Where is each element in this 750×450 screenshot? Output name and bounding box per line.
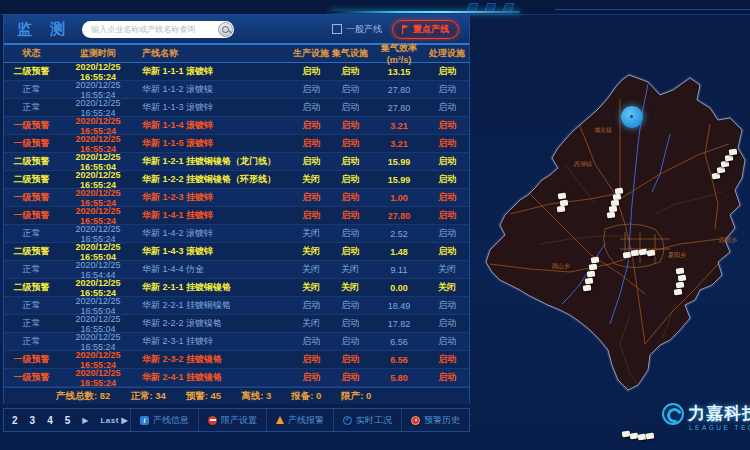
table-row[interactable]: 一级预警2020/12/25 16:55:24华新 2-4-1 挂镀镍铬启动启动… (4, 369, 469, 387)
cell-line-name: 华新 1-4-4 仿金 (137, 263, 292, 276)
legend-button-alarm[interactable]: 产线报警 (266, 409, 333, 431)
page-number-button[interactable]: 4 (47, 415, 53, 426)
table-row[interactable]: 二级预警2020/12/25 16:55:24华新 1-1-1 滚镀锌启动启动1… (4, 63, 469, 81)
cell-gas-facility: 关闭 (330, 281, 370, 294)
summary-item: 产线总数: 82 (56, 390, 110, 403)
map-marker[interactable] (607, 211, 616, 218)
cell-time: 2020/12/25 16:54:44 (59, 260, 137, 280)
legend-button-info[interactable]: i产线信息 (130, 409, 198, 431)
checkbox-icon (332, 24, 342, 34)
info-icon: i (140, 416, 149, 425)
legend-label: 产线报警 (288, 414, 324, 427)
table-row[interactable]: 二级预警2020/12/25 16:55:04华新 1-4-3 滚镀锌关闭启动1… (4, 243, 469, 261)
cell-line-name: 华新 1-1-1 滚镀锌 (137, 65, 292, 78)
cell-production-facility: 启动 (292, 137, 330, 150)
cell-gas-facility: 启动 (330, 119, 370, 132)
cell-production-facility: 关闭 (292, 227, 330, 240)
cell-treatment-facility: 启动 (428, 245, 466, 258)
cell-status: 二级预警 (4, 155, 59, 168)
table-row[interactable]: 一级预警2020/12/25 16:55:24华新 2-3-2 挂镀镍铬启动启动… (4, 351, 469, 369)
cell-time: 2020/12/25 16:55:24 (59, 332, 137, 352)
map-marker[interactable] (591, 256, 600, 263)
map-marker[interactable] (676, 281, 685, 288)
cell-gas-facility: 启动 (330, 299, 370, 312)
cell-gas-efficiency: 17.82 (370, 319, 428, 329)
map-marker[interactable] (558, 192, 567, 199)
district-map[interactable]: 城关镇西湖镇西阳乡夏阳乡园山乡 (470, 14, 750, 450)
column-header: 状态 (4, 47, 59, 60)
table-header-row: 状态监测时间产线名称生产设施集气设施集气效率(m³/s)处理设施 (4, 45, 469, 63)
map-marker[interactable] (647, 249, 656, 256)
map-marker[interactable] (676, 267, 685, 274)
map-marker[interactable] (589, 263, 598, 270)
map-marker[interactable] (674, 288, 683, 295)
table-row[interactable]: 二级预警2020/12/25 16:55:04华新 1-2-1 挂镀铜镍铬（龙门… (4, 153, 469, 171)
cell-gas-facility: 启动 (330, 173, 370, 186)
cell-production-facility: 关闭 (292, 317, 330, 330)
cell-gas-efficiency: 0.00 (370, 283, 428, 293)
cell-gas-efficiency: 13.15 (370, 67, 428, 77)
key-line-button[interactable]: 重点产线 (392, 20, 459, 39)
map-marker[interactable] (725, 154, 734, 161)
page-number-button[interactable]: 5 (65, 415, 71, 426)
cell-production-facility: 启动 (292, 119, 330, 132)
map-blue-marker[interactable] (621, 106, 643, 128)
table-row[interactable]: 一级预警2020/12/25 16:55:24华新 1-1-4 滚镀锌启动启动3… (4, 117, 469, 135)
cell-gas-facility: 启动 (330, 83, 370, 96)
table-row[interactable]: 二级预警2020/12/25 16:55:24华新 1-2-2 挂镀铜镍铬（环形… (4, 171, 469, 189)
cell-gas-efficiency: 9.11 (370, 265, 428, 275)
map-marker[interactable] (678, 274, 687, 281)
map-marker[interactable] (721, 160, 730, 167)
history-icon (411, 416, 420, 425)
cell-gas-facility: 启动 (330, 191, 370, 204)
table-row[interactable]: 一级预警2020/12/25 16:55:24华新 1-1-5 滚镀锌启动启动3… (4, 135, 469, 153)
logo-name-en: LEAGUE TECH (689, 424, 750, 431)
cell-treatment-facility: 启动 (428, 227, 466, 240)
map-marker[interactable] (729, 148, 738, 155)
key-line-button-label: 重点产线 (413, 23, 449, 36)
map-marker[interactable] (717, 166, 726, 173)
cell-line-name: 华新 1-4-2 滚镀锌 (137, 227, 292, 240)
table-row[interactable]: 正常2020/12/25 16:55:24华新 1-1-2 滚镀镍启动启动27.… (4, 81, 469, 99)
map-town-label: 夏阳乡 (668, 251, 686, 260)
cell-status: 一级预警 (4, 371, 59, 384)
table-row[interactable]: 正常2020/12/25 16:55:24华新 1-4-2 滚镀锌关闭启动2.5… (4, 225, 469, 243)
cell-treatment-facility: 启动 (428, 353, 466, 366)
cell-production-facility: 启动 (292, 209, 330, 222)
cell-line-name: 华新 2-1-1 挂镀铜镍铬 (137, 281, 292, 294)
table-row[interactable]: 一级预警2020/12/25 16:55:24华新 1-2-3 挂镀锌启动启动1… (4, 189, 469, 207)
table-row[interactable]: 正常2020/12/25 16:55:24华新 2-3-1 挂镀锌启动启动6.5… (4, 333, 469, 351)
table-row[interactable]: 正常2020/12/25 16:54:44华新 1-4-4 仿金关闭关闭9.11… (4, 261, 469, 279)
map-marker[interactable] (583, 284, 592, 291)
cell-gas-facility: 启动 (330, 155, 370, 168)
cell-status: 正常 (4, 335, 59, 348)
legend-button-history[interactable]: 预警历史 (401, 409, 469, 431)
general-line-checkbox[interactable]: 一般产线 (332, 23, 382, 36)
table-row[interactable]: 二级预警2020/12/25 16:55:24华新 2-1-1 挂镀铜镍铬关闭关… (4, 279, 469, 297)
table-row[interactable]: 正常2020/12/25 16:55:04华新 2-2-2 滚镀镍铬关闭启动17… (4, 315, 469, 333)
page-number-button[interactable]: 2 (12, 415, 18, 426)
legend-button-realtime[interactable]: 实时工况 (333, 409, 401, 431)
page-last-button[interactable]: Last ▶ (100, 416, 128, 425)
legend-button-limit[interactable]: 限产设置 (198, 409, 266, 431)
table-row[interactable]: 正常2020/12/25 16:55:04华新 2-2-1 挂镀铜镍铬启动启动1… (4, 297, 469, 315)
cell-time: 2020/12/25 16:55:04 (59, 242, 137, 262)
table-row[interactable]: 正常2020/12/25 16:55:24华新 1-1-3 滚镀锌启动启动27.… (4, 99, 469, 117)
page-next-button[interactable]: ▶ (82, 416, 88, 425)
page-number-button[interactable]: 3 (30, 415, 36, 426)
cell-line-name: 华新 2-3-1 挂镀锌 (137, 335, 292, 348)
cell-status: 一级预警 (4, 353, 59, 366)
map-marker[interactable] (585, 277, 594, 284)
league-tech-logo-icon (662, 403, 684, 425)
map-marker[interactable] (557, 205, 566, 212)
monitor-panel: 监 测 一般产线 重点产线 状态监测时间产线名称生产设施集气设施集气效 (3, 14, 470, 404)
search-icon[interactable] (218, 22, 233, 37)
map-marker[interactable] (587, 270, 596, 277)
map-marker[interactable] (712, 172, 721, 179)
cell-line-name: 华新 1-1-4 滚镀锌 (137, 119, 292, 132)
cell-line-name: 华新 2-3-2 挂镀镍铬 (137, 353, 292, 366)
map-marker[interactable] (646, 432, 655, 439)
cell-status: 正常 (4, 299, 59, 312)
table-row[interactable]: 一级预警2020/12/25 16:55:24华新 1-4-1 挂镀锌启动启动2… (4, 207, 469, 225)
search-input[interactable] (82, 25, 234, 34)
